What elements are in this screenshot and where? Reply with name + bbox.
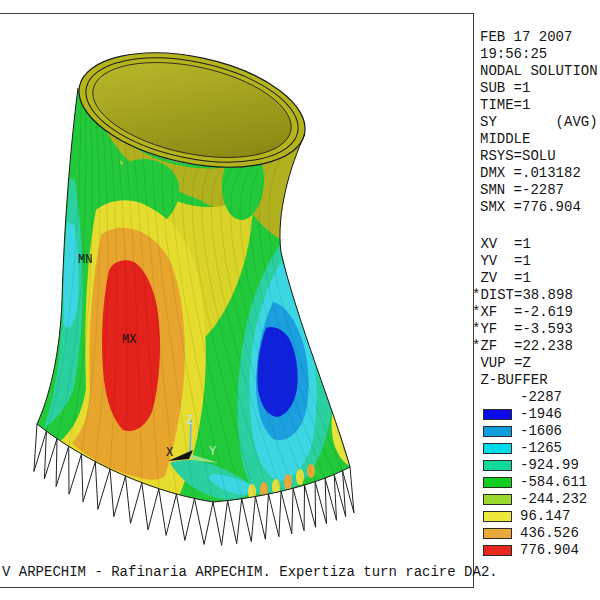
legend-value: -1946 (520, 406, 562, 423)
contour-legend: -2287 -1946 -1606 -1265 -924.99 -584.611… (472, 389, 587, 559)
min-node-label: MN (78, 253, 92, 267)
legend-value: -1606 (520, 423, 562, 440)
legend-swatch (483, 528, 512, 539)
legend-swatch (483, 545, 512, 556)
legend-swatch (483, 494, 512, 505)
legend-value: -924.99 (520, 457, 579, 474)
legend-value: -244.232 (520, 491, 587, 508)
plot-title: V ARPECHIM - Rafinaria ARPECHIM. Experti… (2, 564, 498, 580)
legend-swatch (483, 443, 512, 454)
axis-z-label: Z (186, 414, 193, 428)
legend-row: 436.526 (472, 525, 587, 542)
legend-value: 96.147 (520, 508, 570, 525)
legend-row: -1946 (472, 406, 587, 423)
legend-row: -584.611 (472, 474, 587, 491)
legend-row: -1606 (472, 423, 587, 440)
axis-y-label: Y (209, 445, 216, 459)
legend-swatch (483, 511, 512, 522)
legend-value: 776.904 (520, 542, 579, 559)
legend-row: 96.147 (472, 508, 587, 525)
legend-min-value: -2287 (520, 389, 562, 406)
legend-value: -584.611 (520, 474, 587, 491)
legend-row: -1265 (472, 440, 587, 457)
ansys-plot-window: { "info_panel": { "lines": ["FEB 17 2007… (0, 0, 600, 600)
legend-swatch (483, 426, 512, 437)
legend-row: -244.232 (472, 491, 587, 508)
max-node-label: MX (122, 333, 136, 347)
legend-value: 436.526 (520, 525, 579, 542)
analysis-info-panel: FEB 17 2007 19:56:25 NODAL SOLUTION SUB … (480, 29, 598, 216)
cooling-tower-contour-plot: Z Y X MN MX (0, 0, 480, 600)
legend-row: 776.904 (472, 542, 587, 559)
axis-x-label: X (166, 446, 173, 460)
legend-min-row: -2287 (472, 389, 587, 406)
legend-swatch (483, 460, 512, 471)
legend-row: -924.99 (472, 457, 587, 474)
legend-value: -1265 (520, 440, 562, 457)
legend-swatch (483, 409, 512, 420)
view-settings-panel: XV =1 YV =1 ZV =1 *DIST=38.898 *XF =-2.6… (472, 236, 573, 389)
tower-plot-area: Z Y X MN MX (0, 0, 480, 600)
legend-swatch (483, 477, 512, 488)
